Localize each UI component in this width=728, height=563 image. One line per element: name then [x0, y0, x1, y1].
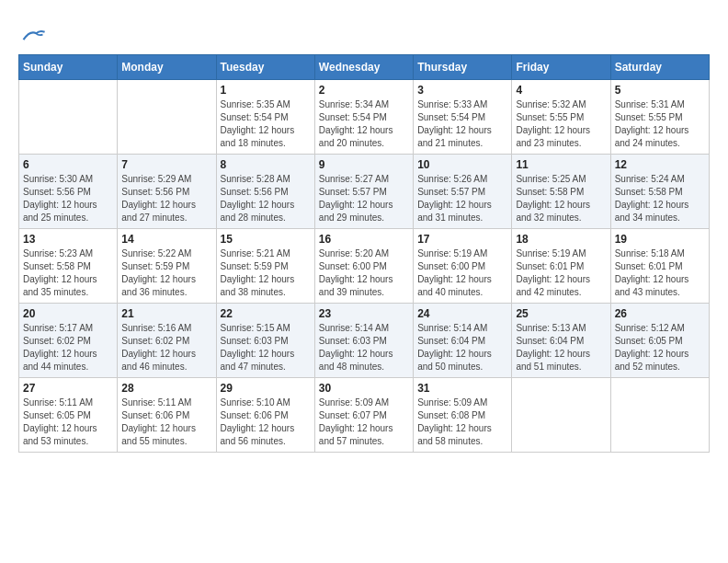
calendar-cell: 23 Sunrise: 5:14 AM Sunset: 6:03 PM Dayl…	[314, 303, 413, 377]
day-info: Sunrise: 5:09 AM Sunset: 6:07 PM Dayligh…	[319, 396, 409, 448]
calendar-cell: 29 Sunrise: 5:10 AM Sunset: 6:06 PM Dayl…	[216, 377, 314, 452]
day-info: Sunrise: 5:19 AM Sunset: 6:01 PM Dayligh…	[516, 247, 606, 299]
sunrise-label: Sunrise: 5:10 AM	[221, 397, 290, 408]
day-number: 17	[417, 233, 507, 246]
sunrise-label: Sunrise: 5:27 AM	[319, 174, 389, 184]
sunrise-label: Sunrise: 5:24 AM	[615, 174, 685, 184]
daylight-label: Daylight: 12 hours	[516, 274, 590, 284]
day-number: 10	[417, 158, 507, 171]
sunrise-label: Sunrise: 5:32 AM	[516, 99, 586, 109]
calendar-cell: 19 Sunrise: 5:18 AM Sunset: 6:01 PM Dayl…	[610, 228, 709, 303]
sunset-label: Sunset: 6:03 PM	[319, 336, 387, 346]
calendar-cell: 15 Sunrise: 5:21 AM Sunset: 5:59 PM Dayl…	[216, 228, 314, 303]
daylight-label: Daylight: 12 hours	[615, 125, 689, 135]
daylight-label: Daylight: 12 hours	[516, 125, 590, 135]
sunset-label: Sunset: 6:00 PM	[417, 261, 485, 271]
calendar-week-row: 1 Sunrise: 5:35 AM Sunset: 5:54 PM Dayli…	[19, 79, 710, 154]
weekday-header-sunday: Sunday	[19, 54, 118, 79]
calendar-cell: 3 Sunrise: 5:33 AM Sunset: 5:54 PM Dayli…	[414, 79, 512, 154]
day-info: Sunrise: 5:21 AM Sunset: 5:59 PM Dayligh…	[221, 247, 311, 299]
sunrise-label: Sunrise: 5:13 AM	[516, 323, 586, 333]
daylight-label: Daylight: 12 hours	[23, 423, 97, 433]
day-number: 6	[23, 158, 113, 171]
calendar-cell	[610, 377, 709, 452]
sunset-label: Sunset: 5:54 PM	[319, 112, 387, 122]
daylight-minutes: and 31 minutes.	[417, 213, 483, 223]
sunset-label: Sunset: 5:55 PM	[516, 112, 584, 122]
sunrise-label: Sunrise: 5:30 AM	[23, 174, 93, 184]
day-info: Sunrise: 5:27 AM Sunset: 5:57 PM Dayligh…	[319, 173, 409, 224]
sunrise-label: Sunrise: 5:21 AM	[221, 248, 290, 259]
sunset-label: Sunset: 5:59 PM	[221, 261, 289, 271]
calendar-cell: 11 Sunrise: 5:25 AM Sunset: 5:58 PM Dayl…	[512, 154, 610, 228]
daylight-minutes: and 53 minutes.	[23, 436, 88, 446]
daylight-label: Daylight: 12 hours	[417, 125, 492, 135]
sunrise-label: Sunrise: 5:14 AM	[319, 323, 389, 333]
day-number: 5	[615, 84, 705, 97]
daylight-minutes: and 23 minutes.	[516, 138, 581, 148]
daylight-label: Daylight: 12 hours	[121, 200, 196, 210]
daylight-label: Daylight: 12 hours	[319, 200, 393, 210]
day-info: Sunrise: 5:15 AM Sunset: 6:03 PM Dayligh…	[221, 322, 311, 373]
daylight-label: Daylight: 12 hours	[221, 274, 295, 284]
day-info: Sunrise: 5:33 AM Sunset: 5:54 PM Dayligh…	[417, 98, 507, 150]
calendar-cell: 8 Sunrise: 5:28 AM Sunset: 5:56 PM Dayli…	[216, 154, 314, 228]
daylight-minutes: and 48 minutes.	[319, 362, 384, 372]
day-info: Sunrise: 5:17 AM Sunset: 6:02 PM Dayligh…	[23, 322, 113, 373]
sunset-label: Sunset: 6:04 PM	[417, 336, 485, 346]
daylight-label: Daylight: 12 hours	[417, 200, 492, 210]
day-number: 7	[121, 158, 211, 171]
sunset-label: Sunset: 5:58 PM	[516, 187, 584, 197]
sunset-label: Sunset: 6:04 PM	[516, 336, 584, 346]
sunset-label: Sunset: 6:02 PM	[23, 336, 91, 346]
calendar-cell: 6 Sunrise: 5:30 AM Sunset: 5:56 PM Dayli…	[19, 154, 118, 228]
sunrise-label: Sunrise: 5:22 AM	[121, 248, 191, 259]
sunset-label: Sunset: 5:57 PM	[319, 187, 387, 197]
calendar-week-row: 6 Sunrise: 5:30 AM Sunset: 5:56 PM Dayli…	[19, 154, 710, 228]
day-number: 31	[417, 382, 507, 395]
sunset-label: Sunset: 6:06 PM	[121, 410, 189, 420]
day-info: Sunrise: 5:16 AM Sunset: 6:02 PM Dayligh…	[121, 322, 211, 373]
daylight-minutes: and 46 minutes.	[121, 362, 187, 372]
day-info: Sunrise: 5:11 AM Sunset: 6:05 PM Dayligh…	[23, 396, 113, 448]
day-number: 4	[516, 84, 606, 97]
sunrise-label: Sunrise: 5:20 AM	[319, 248, 389, 259]
daylight-label: Daylight: 12 hours	[516, 200, 590, 210]
day-info: Sunrise: 5:28 AM Sunset: 5:56 PM Dayligh…	[221, 173, 311, 224]
sunrise-label: Sunrise: 5:09 AM	[417, 397, 487, 408]
calendar-cell	[512, 377, 610, 452]
sunset-label: Sunset: 6:05 PM	[23, 410, 91, 420]
calendar-cell: 14 Sunrise: 5:22 AM Sunset: 5:59 PM Dayl…	[118, 228, 216, 303]
sunset-label: Sunset: 6:08 PM	[417, 410, 485, 420]
calendar-cell: 4 Sunrise: 5:32 AM Sunset: 5:55 PM Dayli…	[512, 79, 610, 154]
logo-bird-icon	[20, 27, 46, 45]
daylight-minutes: and 25 minutes.	[23, 213, 88, 223]
sunset-label: Sunset: 6:01 PM	[615, 261, 683, 271]
calendar-cell: 2 Sunrise: 5:34 AM Sunset: 5:54 PM Dayli…	[314, 79, 413, 154]
sunrise-label: Sunrise: 5:11 AM	[121, 397, 191, 408]
sunrise-label: Sunrise: 5:33 AM	[417, 99, 487, 109]
calendar-week-row: 20 Sunrise: 5:17 AM Sunset: 6:02 PM Dayl…	[19, 303, 710, 377]
sunset-label: Sunset: 5:56 PM	[121, 187, 189, 197]
calendar-cell: 28 Sunrise: 5:11 AM Sunset: 6:06 PM Dayl…	[118, 377, 216, 452]
daylight-minutes: and 44 minutes.	[23, 362, 88, 372]
daylight-minutes: and 51 minutes.	[516, 362, 581, 372]
day-info: Sunrise: 5:29 AM Sunset: 5:56 PM Dayligh…	[121, 173, 211, 224]
sunrise-label: Sunrise: 5:25 AM	[516, 174, 586, 184]
day-info: Sunrise: 5:14 AM Sunset: 6:04 PM Dayligh…	[417, 322, 507, 373]
weekday-header-tuesday: Tuesday	[216, 54, 314, 79]
day-info: Sunrise: 5:12 AM Sunset: 6:05 PM Dayligh…	[615, 322, 705, 373]
day-number: 9	[319, 158, 409, 171]
daylight-label: Daylight: 12 hours	[516, 349, 590, 359]
calendar-cell: 12 Sunrise: 5:24 AM Sunset: 5:58 PM Dayl…	[610, 154, 709, 228]
daylight-label: Daylight: 12 hours	[221, 423, 295, 433]
calendar-cell: 16 Sunrise: 5:20 AM Sunset: 6:00 PM Dayl…	[314, 228, 413, 303]
daylight-minutes: and 52 minutes.	[615, 362, 680, 372]
day-number: 16	[319, 233, 409, 246]
daylight-minutes: and 56 minutes.	[221, 436, 286, 446]
calendar-cell: 22 Sunrise: 5:15 AM Sunset: 6:03 PM Dayl…	[216, 303, 314, 377]
sunset-label: Sunset: 6:03 PM	[221, 336, 289, 346]
daylight-label: Daylight: 12 hours	[121, 423, 196, 433]
sunset-label: Sunset: 5:55 PM	[615, 112, 683, 122]
sunset-label: Sunset: 5:54 PM	[221, 112, 289, 122]
